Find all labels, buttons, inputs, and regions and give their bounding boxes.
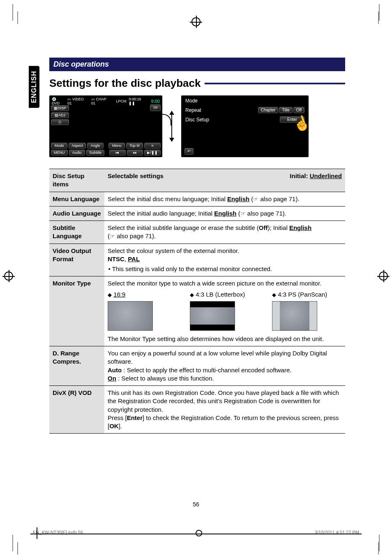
- repeat-title-button[interactable]: Title: [279, 107, 293, 113]
- crop-mark: [12, 4, 18, 22]
- row-video-output: Video Output Format: [49, 244, 104, 276]
- cell-audio-language-desc: Select the initial audio language; Initi…: [104, 206, 345, 220]
- th-items: Disc Setup items: [49, 169, 104, 192]
- chap-label: ▭ CHAP 01: [91, 97, 111, 105]
- list-button[interactable]: ≡: [144, 143, 161, 149]
- page-title: Settings for the disc playback: [49, 77, 201, 90]
- row-divx: DivX (R) VOD: [49, 386, 104, 434]
- row-subtitle-language: Subtitle Language: [49, 221, 104, 244]
- cell-monitor-type-desc: Select the monitor type to watch a wide …: [104, 276, 345, 346]
- monitor-preview-letterbox: [190, 301, 235, 331]
- cell-drange-desc: You can enjoy a powerful sound at a low …: [104, 346, 345, 386]
- aspect-button[interactable]: Aspect: [69, 143, 86, 149]
- title-rule-icon: [205, 83, 345, 84]
- row-menu-language: Menu Language: [49, 192, 104, 206]
- row-monitor-type: Monitor Type: [49, 276, 104, 346]
- repeat-off-button[interactable]: Off: [293, 107, 304, 113]
- disc-type-label: 💿 DVD: [52, 97, 65, 105]
- footer-timestamp: 3/10/2011 4:51:27 PM: [315, 530, 359, 536]
- prev-button[interactable]: ⏮: [109, 150, 126, 155]
- screenshot-player: 💿 DVD ▭ VIDEO 01 ▭ CHAP 01 LPCM 0:00:16 …: [49, 95, 162, 157]
- row-audio-language: Audio Language: [49, 206, 104, 220]
- playpause-button[interactable]: ▶/❚❚: [144, 150, 161, 155]
- monitor-opt-169: 16:9: [113, 291, 125, 298]
- diamond-icon: ◆: [190, 292, 194, 298]
- row-drange: D. Range Compres.: [49, 346, 104, 386]
- monitor-preview-169: [108, 301, 153, 331]
- registration-mark-icon: [191, 17, 201, 26]
- elapsed-time: 0:00:16 ❚❚: [129, 97, 148, 105]
- menu-button[interactable]: Menu: [108, 143, 125, 149]
- diamond-icon: ◆: [272, 292, 276, 298]
- disp-button[interactable]: ▦ DISP: [51, 105, 69, 111]
- menu2-button[interactable]: MENU: [51, 150, 68, 155]
- screenshot-mode-menu: Mode Repeat Chapter Title Off Disc Setup…: [181, 95, 309, 157]
- next-button[interactable]: ⏭: [127, 150, 143, 155]
- language-tab: ENGLISH: [29, 66, 39, 108]
- cell-divx-desc: This unit has its own Registration Code.…: [104, 386, 345, 434]
- crop-mark: [374, 4, 380, 22]
- back-button[interactable]: ↶: [184, 148, 194, 155]
- section-header: Disc operations: [49, 58, 345, 71]
- crop-mark: [12, 535, 18, 553]
- transition-arrow-icon: [166, 106, 178, 147]
- repeat-label: Repeat: [185, 107, 201, 113]
- cell-video-output-desc: Select the colour system of the external…: [104, 244, 345, 276]
- cell-menu-language-desc: Select the initial disc menu language; I…: [104, 192, 345, 206]
- cell-subtitle-language-desc: Select the initial subtitle language or …: [104, 221, 345, 244]
- crop-mark: [374, 535, 380, 553]
- mode-button[interactable]: Mode: [51, 143, 67, 149]
- monitor-preview-panscan: [272, 301, 317, 331]
- th-settings: Selectable settings Initial: Underlined: [104, 169, 345, 192]
- audio-button[interactable]: Audio: [69, 150, 85, 155]
- registration-mark-icon: [379, 272, 388, 281]
- diamond-icon: ◆: [108, 292, 112, 298]
- registration-mark-icon: [196, 530, 202, 536]
- registration-mark-icon: [4, 272, 13, 281]
- video-label: ▭ VIDEO 01: [67, 97, 89, 105]
- mode-label: Mode: [185, 98, 198, 104]
- nav-button[interactable]: ⟨⟩: [51, 119, 69, 125]
- footer-filename: EN_KW-NT30[E].indb 56: [33, 530, 83, 536]
- monitor-opt-lb: 4:3 LB (Letterbox): [196, 291, 245, 298]
- adj-button[interactable]: ▨ ADJ: [51, 112, 69, 118]
- angle-button[interactable]: Angle: [87, 143, 104, 149]
- topm-button[interactable]: Top M: [126, 143, 143, 149]
- repeat-chapter-button[interactable]: Chapter: [258, 107, 279, 113]
- page-number: 56: [0, 501, 392, 508]
- disc-setup-label: Disc Setup: [185, 117, 209, 123]
- audio-codec-label: LPCM: [116, 99, 126, 103]
- subtitle-button[interactable]: Subtitle: [86, 150, 104, 155]
- monitor-opt-ps: 4:3 PS (PanScan): [278, 291, 327, 298]
- clock: 9:00: [151, 99, 160, 104]
- disc-setup-table: Disc Setup items Selectable settings Ini…: [49, 169, 345, 434]
- tp-button[interactable]: TP: [150, 104, 161, 111]
